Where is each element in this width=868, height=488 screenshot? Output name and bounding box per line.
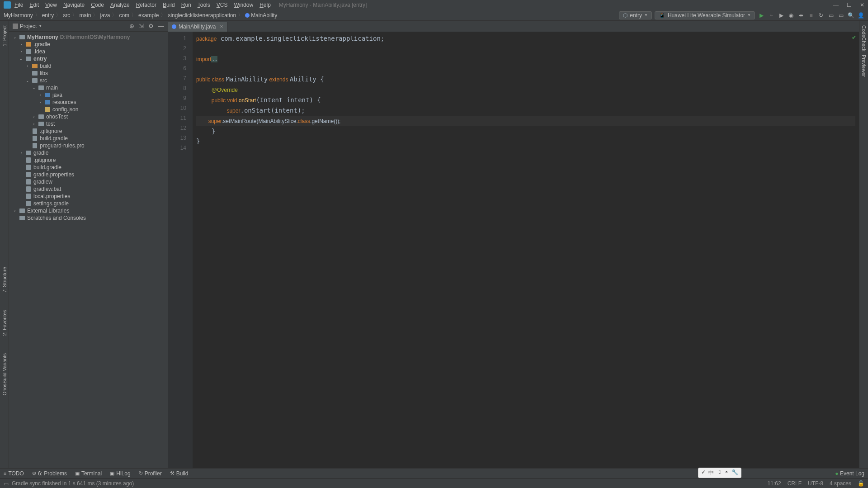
tree-item-java[interactable]: ›java — [9, 91, 168, 99]
tree-item-build-gradle[interactable]: build.gradle — [9, 164, 168, 171]
expand-all-icon[interactable]: ⇲ — [139, 23, 144, 29]
search-button[interactable]: 🔍 — [847, 12, 854, 19]
stop-button[interactable]: ■ — [807, 12, 815, 19]
project-tool-tab[interactable]: 1: Project — [1, 24, 8, 48]
tree-item-ohostest[interactable]: ›ohosTest — [9, 113, 168, 120]
tree-item-main[interactable]: ⌄main — [9, 84, 168, 91]
menu-window[interactable]: Window — [234, 2, 253, 8]
menu-vcs[interactable]: VCS — [217, 2, 228, 8]
ime-button-1[interactable]: 中 — [708, 469, 714, 477]
menu-refactor[interactable]: Refactor — [136, 2, 156, 8]
close-tab-icon[interactable]: × — [220, 24, 223, 30]
breadcrumb-src[interactable]: src — [63, 12, 70, 19]
tree-item-gradlew[interactable]: gradlew — [9, 178, 168, 185]
bottom-tab-build[interactable]: ⚒Build — [170, 470, 189, 477]
tree-item--gitignore[interactable]: .gitignore — [9, 156, 168, 164]
menu-code[interactable]: Code — [91, 2, 104, 8]
breadcrumb-myharmony[interactable]: MyHarmony — [4, 12, 33, 19]
profile-button[interactable]: ◉ — [788, 12, 795, 19]
bottom-tab-6--problems[interactable]: ⊘6: Problems — [32, 470, 67, 477]
settings-icon[interactable]: ⚙ — [148, 23, 154, 29]
tree-item-proguard-rules-pro[interactable]: proguard-rules.pro — [9, 142, 168, 149]
code-editor[interactable]: 12367891011121314 package com.example.si… — [168, 32, 859, 468]
tree-item-gradle-properties[interactable]: gradle.properties — [9, 171, 168, 178]
device-selector[interactable]: 📱 Huawei Lite Wearable Simulator ▼ — [655, 11, 755, 19]
file-encoding[interactable]: UTF-8 — [808, 480, 823, 487]
bottom-tab-terminal[interactable]: ▣Terminal — [75, 470, 102, 477]
breadcrumb-example[interactable]: example — [138, 12, 159, 19]
bottom-tab-profiler[interactable]: ↻Profiler — [139, 470, 162, 477]
tree-item-local-properties[interactable]: local.properties — [9, 193, 168, 200]
tree-item--gradle[interactable]: ›.gradle — [9, 41, 168, 48]
hide-panel-icon[interactable]: — — [158, 23, 164, 29]
minimize-button[interactable]: — — [833, 2, 839, 8]
debug-button[interactable]: ⤷ — [768, 12, 775, 19]
ime-button-2[interactable]: ☽ — [717, 469, 722, 477]
build-variants-tool-tab[interactable]: OhosBuild Variants — [1, 351, 8, 397]
module-selector[interactable]: ⬡ entry ▼ — [619, 11, 652, 19]
codecheck-tool-tab[interactable]: CodeCheck — [861, 24, 867, 53]
line-ending[interactable]: CRLF — [788, 480, 802, 487]
tree-item-settings-gradle[interactable]: settings.gradle — [9, 200, 168, 207]
breadcrumb-entry[interactable]: entry — [42, 12, 54, 19]
avd-button[interactable]: ▭ — [827, 12, 835, 19]
tree-item-resources[interactable]: ›resources — [9, 99, 168, 106]
tree-item-build-gradle[interactable]: build.gradle — [9, 135, 168, 142]
project-tree[interactable]: ⌄MyHarmonyD:\HarmontOS\MyHarmony›.gradle… — [9, 32, 168, 468]
tree-item-gradle[interactable]: ›gradle — [9, 149, 168, 156]
menu-navigate[interactable]: Navigate — [63, 2, 85, 8]
breadcrumb-com[interactable]: com — [119, 12, 129, 19]
attach-debugger-button[interactable]: ⬌ — [797, 12, 805, 19]
read-lock-icon[interactable]: 🔓 — [858, 480, 864, 487]
tree-item-gradlew-bat[interactable]: gradlew.bat — [9, 185, 168, 193]
coverage-button[interactable]: ▶ — [778, 12, 785, 19]
menu-edit[interactable]: Edit — [29, 2, 39, 8]
bottom-tab-hilog[interactable]: ▣HiLog — [110, 470, 130, 477]
select-opened-file-icon[interactable]: ⊕ — [129, 23, 134, 29]
tree-item-external-libraries[interactable]: ›External Libraries — [9, 207, 168, 214]
menu-file[interactable]: File — [14, 2, 23, 8]
maximize-button[interactable]: ☐ — [847, 2, 852, 8]
tree-item-src[interactable]: ⌄src — [9, 77, 168, 84]
window-controls: — ☐ ✕ — [833, 2, 864, 8]
tree-item--gitignore[interactable]: .gitignore — [9, 128, 168, 135]
tab-mainability[interactable]: MainAbility.java × — [168, 22, 227, 32]
previewer-tool-tab[interactable]: Previewer — [861, 53, 867, 79]
run-button[interactable]: ▶ — [758, 12, 765, 19]
sdk-button[interactable]: ▭ — [837, 12, 844, 19]
menu-run[interactable]: Run — [181, 2, 191, 8]
close-button[interactable]: ✕ — [860, 2, 864, 8]
sync-button[interactable]: ↻ — [817, 12, 825, 19]
project-view-selector[interactable]: Project ▼ — [13, 23, 42, 29]
tree-item-scratches-and-consoles[interactable]: Scratches and Consoles — [9, 214, 168, 222]
tree-item--idea[interactable]: ›.idea — [9, 48, 168, 55]
ime-button-3[interactable]: ⚬ — [724, 469, 729, 477]
ime-toolbar[interactable]: ✓中☽⚬🔧 — [698, 468, 741, 478]
caret-position[interactable]: 11:62 — [768, 480, 781, 487]
tree-item-config-json[interactable]: config.json — [9, 106, 168, 113]
status-message: Gradle sync finished in 1 s 641 ms (3 mi… — [12, 480, 134, 487]
menu-analyze[interactable]: Analyze — [110, 2, 130, 8]
code-content[interactable]: package com.example.singleclicklistenera… — [193, 32, 859, 468]
tree-item-test[interactable]: ›test — [9, 120, 168, 128]
breadcrumb-java[interactable]: java — [100, 12, 110, 19]
menu-build[interactable]: Build — [163, 2, 175, 8]
ime-button-4[interactable]: 🔧 — [731, 469, 738, 477]
breadcrumb-main[interactable]: main — [79, 12, 91, 19]
indent-setting[interactable]: 4 spaces — [830, 480, 851, 487]
favorites-tool-tab[interactable]: 2: Favorites — [1, 308, 8, 337]
help-button[interactable]: 👤 — [857, 12, 864, 19]
bottom-tab-todo[interactable]: ≡TODO — [4, 470, 24, 477]
menu-view[interactable]: View — [45, 2, 57, 8]
breadcrumb-mainability[interactable]: MainAbility — [245, 12, 277, 19]
menu-help[interactable]: Help — [259, 2, 271, 8]
structure-tool-tab[interactable]: 7: Structure — [1, 265, 8, 294]
breadcrumb-singleclicklistenerapplication[interactable]: singleclicklistenerapplication — [168, 12, 236, 19]
tree-item-myharmony[interactable]: ⌄MyHarmonyD:\HarmontOS\MyHarmony — [9, 33, 168, 41]
event-log-tab[interactable]: Event Log — [835, 470, 864, 477]
menu-tools[interactable]: Tools — [198, 2, 210, 8]
tree-item-build[interactable]: ›build — [9, 62, 168, 70]
tree-item-entry[interactable]: ⌄entry — [9, 55, 168, 62]
ime-button-0[interactable]: ✓ — [701, 469, 706, 477]
tree-item-libs[interactable]: libs — [9, 70, 168, 77]
